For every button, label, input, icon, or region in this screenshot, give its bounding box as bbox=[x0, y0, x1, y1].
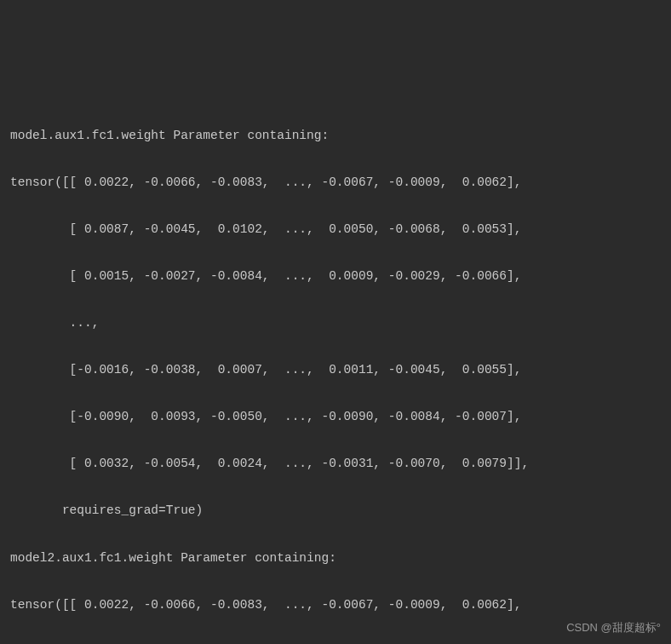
output-line: model2.aux1.fc1.weight Parameter contain… bbox=[10, 547, 661, 571]
output-line: tensor([[ 0.0022, -0.0066, -0.0083, ...,… bbox=[10, 594, 661, 618]
output-line: [ 0.0087, -0.0045, 0.0102, ..., 0.0050, … bbox=[10, 641, 661, 644]
terminal-output: model.aux1.fc1.weight Parameter containi… bbox=[10, 101, 661, 644]
output-line: [ 0.0087, -0.0045, 0.0102, ..., 0.0050, … bbox=[10, 218, 661, 242]
output-line: tensor([[ 0.0022, -0.0066, -0.0083, ...,… bbox=[10, 171, 661, 195]
output-line: model.aux1.fc1.weight Parameter containi… bbox=[10, 124, 661, 148]
output-line: [ 0.0032, -0.0054, 0.0024, ..., -0.0031,… bbox=[10, 452, 661, 476]
output-line: [-0.0090, 0.0093, -0.0050, ..., -0.0090,… bbox=[10, 405, 661, 429]
output-line: ..., bbox=[10, 312, 661, 336]
output-line: requires_grad=True) bbox=[10, 499, 661, 523]
output-line: [-0.0016, -0.0038, 0.0007, ..., 0.0011, … bbox=[10, 359, 661, 382]
watermark-text: CSDN @甜度超标° bbox=[566, 618, 661, 639]
output-line: [ 0.0015, -0.0027, -0.0084, ..., 0.0009,… bbox=[10, 265, 661, 289]
